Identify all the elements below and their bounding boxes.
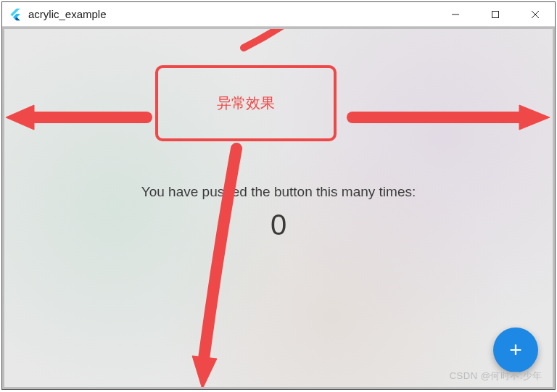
plus-icon: + [509, 339, 522, 361]
svg-marker-4 [298, 27, 315, 28]
arrow-down-icon [168, 141, 262, 389]
close-button[interactable] [515, 2, 555, 26]
window-controls [435, 2, 555, 26]
app-window: acrylic_example 异常效果 You have pushed the… [1, 1, 556, 390]
minimize-button[interactable] [435, 2, 475, 26]
window-title: acrylic_example [28, 8, 435, 20]
push-text: You have pushed the button this many tim… [4, 184, 553, 200]
svg-marker-5 [6, 105, 34, 130]
flutter-icon [8, 7, 22, 22]
counter-value: 0 [4, 209, 553, 241]
fab-add-button[interactable]: + [493, 328, 538, 372]
annotation-label: 异常效果 [217, 93, 275, 113]
svg-marker-7 [192, 356, 217, 389]
content-area: 异常效果 You have pushed the button this man… [2, 27, 555, 389]
watermark-text: CSDN @何时不.少年 [450, 370, 542, 383]
svg-marker-6 [519, 105, 550, 130]
annotation-box: 异常效果 [155, 65, 337, 141]
svg-rect-1 [492, 11, 498, 17]
arrow-left-icon [2, 98, 154, 138]
arrow-up-icon [229, 27, 323, 55]
maximize-button[interactable] [475, 2, 515, 26]
titlebar[interactable]: acrylic_example [2, 2, 555, 27]
arrow-right-icon [345, 98, 555, 138]
